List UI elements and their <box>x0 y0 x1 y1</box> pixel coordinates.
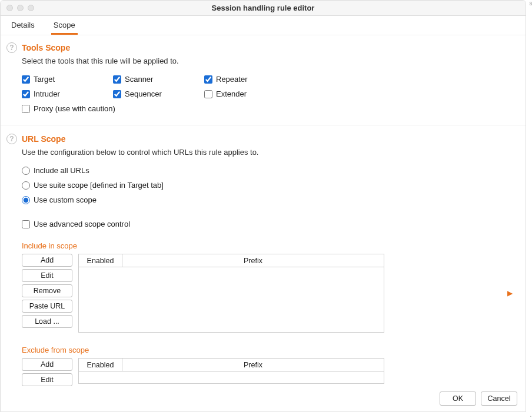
checkbox-advanced-scope[interactable]: Use advanced scope control <box>22 220 504 228</box>
include-heading: Include in scope <box>22 241 504 250</box>
remove-button[interactable]: Remove <box>22 284 72 297</box>
add-button[interactable]: Add <box>22 254 72 267</box>
content: ? Tools Scope Select the tools that this… <box>1 35 526 389</box>
load-button[interactable]: Load ... <box>22 315 72 328</box>
cancel-button[interactable]: Cancel <box>481 392 517 406</box>
edit-button[interactable]: Edit <box>22 269 72 282</box>
checkbox-sequencer[interactable]: Sequencer <box>113 89 204 98</box>
tabs: Details Scope <box>1 16 526 35</box>
tools-scope-section: ? Tools Scope Select the tools that this… <box>22 42 504 113</box>
url-scope-section: ? URL Scope Use the configuration below … <box>22 134 504 386</box>
window-title: Session handling rule editor <box>1 4 526 12</box>
radio-custom-scope[interactable]: Use custom scope <box>22 195 504 204</box>
checkbox-repeater[interactable]: Repeater <box>204 75 295 84</box>
url-scope-desc: Use the configuration below to control w… <box>22 148 504 157</box>
close-icon[interactable] <box>6 5 13 11</box>
tab-scope[interactable]: Scope <box>51 19 78 35</box>
exclude-heading: Exclude from scope <box>22 346 504 354</box>
help-icon[interactable]: ? <box>6 42 17 53</box>
url-scope-title: URL Scope <box>22 134 65 144</box>
session-rule-editor-window: Session handling rule editor Details Sco… <box>0 0 526 412</box>
col-enabled[interactable]: Enabled <box>79 254 122 267</box>
minimize-icon[interactable] <box>17 5 24 11</box>
radio-suite-scope[interactable]: Use suite scope [defined in Target tab] <box>22 181 504 190</box>
checkbox-intruder[interactable]: Intruder <box>22 89 113 98</box>
include-scope-block: Add Edit Remove Paste URL Load ... Enabl… <box>22 254 504 333</box>
checkbox-extender[interactable]: Extender <box>204 89 295 98</box>
titlebar: Session handling rule editor <box>1 1 526 16</box>
ok-button[interactable]: OK <box>440 392 476 406</box>
exclude-table[interactable]: Enabled Prefix <box>78 358 384 384</box>
tab-details[interactable]: Details <box>9 19 37 35</box>
window-controls <box>1 5 34 11</box>
include-table[interactable]: Enabled Prefix <box>78 254 384 333</box>
exclude-scope-block: Add Edit Enabled Prefix <box>22 358 504 386</box>
paste-url-button[interactable]: Paste URL <box>22 300 72 313</box>
checkbox-proxy[interactable]: Proxy (use with caution) <box>22 104 295 113</box>
edit-button[interactable]: Edit <box>22 373 72 386</box>
tools-scope-desc: Select the tools that this rule will be … <box>22 57 504 65</box>
add-button[interactable]: Add <box>22 358 72 371</box>
divider <box>1 125 526 125</box>
tools-scope-title: Tools Scope <box>22 43 70 52</box>
maximize-icon[interactable] <box>28 5 34 11</box>
col-prefix[interactable]: Prefix <box>122 359 384 371</box>
col-enabled[interactable]: Enabled <box>79 359 122 371</box>
dialog-footer: OK Cancel <box>440 392 517 406</box>
checkbox-target[interactable]: Target <box>22 75 113 84</box>
checkbox-scanner[interactable]: Scanner <box>113 75 204 84</box>
col-prefix[interactable]: Prefix <box>122 254 384 267</box>
help-icon[interactable]: ? <box>6 134 17 144</box>
radio-include-all[interactable]: Include all URLs <box>22 166 504 175</box>
expand-arrow-icon[interactable]: ▶ <box>507 289 513 297</box>
